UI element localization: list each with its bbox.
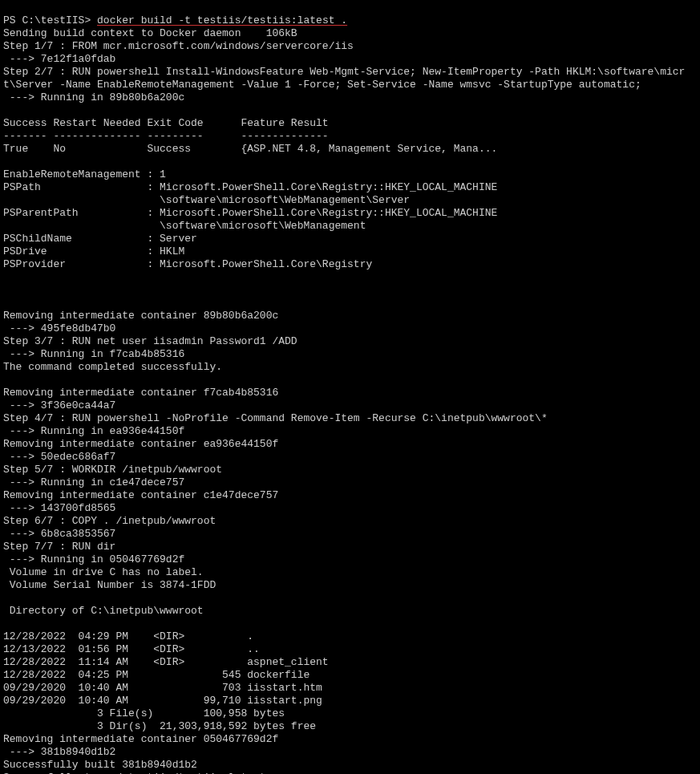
output-line: 09/29/2020 10:40 AM 703 iisstart.htm — [3, 682, 322, 694]
output-line: Step 7/7 : RUN dir — [3, 541, 115, 553]
output-line: Removing intermediate container 89b80b6a… — [3, 310, 278, 322]
output-line: Volume in drive C has no label. — [3, 566, 204, 578]
output-line: ---> 7e12f1a0fdab — [3, 53, 115, 65]
output-line: 12/28/2022 04:25 PM 545 dockerfile — [3, 669, 310, 681]
prompt: PS C:\testIIS> — [3, 14, 97, 26]
output-line: Removing intermediate container 05046776… — [3, 733, 278, 745]
output-line: Removing intermediate container f7cab4b8… — [3, 387, 278, 399]
output-line: ---> 50edec686af7 — [3, 451, 115, 463]
output-line: ---> Running in 89b80b6a200c — [3, 91, 184, 103]
output-line: Step 4/7 : RUN powershell -NoProfile -Co… — [3, 412, 548, 424]
output-line: Step 2/7 : RUN powershell Install-Window… — [3, 66, 685, 78]
output-line: The command completed successfully. — [3, 361, 222, 373]
output-line: PSDrive : HKLM — [3, 245, 184, 257]
terminal-output[interactable]: PS C:\testIIS> docker build -t testiis/t… — [3, 2, 697, 774]
output-line: ---> 143700fd8565 — [3, 502, 115, 514]
output-line: Sending build context to Docker daemon 1… — [3, 27, 297, 39]
output-line: PSChildName : Server — [3, 233, 197, 245]
output-line: Step 5/7 : WORKDIR /inetpub/wwwroot — [3, 464, 222, 476]
output-line: Step 6/7 : COPY . /inetpub/wwwroot — [3, 515, 216, 527]
output-line: 12/13/2022 01:56 PM <DIR> .. — [3, 643, 260, 655]
output-line: 12/28/2022 04:29 PM <DIR> . — [3, 630, 253, 642]
output-line: Successfully built 381b8940d1b2 — [3, 759, 197, 771]
output-line: Directory of C:\inetpub\wwwroot — [3, 605, 204, 617]
output-line: ---> 3f36e0ca44a7 — [3, 399, 115, 411]
output-line: ---> 381b8940d1b2 — [3, 746, 115, 758]
output-line: Step 1/7 : FROM mcr.microsoft.com/window… — [3, 40, 354, 52]
command: docker build -t testiis/testiis:latest . — [97, 14, 347, 26]
output-line: ---> Running in c1e47dece757 — [3, 476, 184, 488]
prompt-line: PS C:\testIIS> docker build -t testiis/t… — [3, 14, 347, 26]
output-line: Success Restart Needed Exit Code Feature… — [3, 117, 329, 129]
output-line: Removing intermediate container ea936e44… — [3, 438, 278, 450]
output-line: ---> 495fe8db47b0 — [3, 322, 115, 334]
output-line: 3 File(s) 100,958 bytes — [3, 707, 285, 719]
output-line: EnableRemoteManagement : 1 — [3, 168, 166, 180]
output-line: ---> Running in 050467769d2f — [3, 553, 184, 565]
output-line: ---> Running in ea936e44150f — [3, 425, 184, 437]
output-line: t\Server -Name EnableRemoteManagement -V… — [3, 79, 641, 91]
output-line: \software\microsoft\WebManagement — [3, 220, 366, 232]
output-line: PSPath : Microsoft.PowerShell.Core\Regis… — [3, 181, 497, 193]
output-line: 12/28/2022 11:14 AM <DIR> aspnet_client — [3, 656, 329, 668]
output-line: ---> Running in f7cab4b85316 — [3, 348, 184, 360]
output-line: PSParentPath : Microsoft.PowerShell.Core… — [3, 207, 497, 219]
output-line: ------- -------------- --------- -------… — [3, 130, 329, 142]
output-line: Volume Serial Number is 3874-1FDD — [3, 579, 216, 591]
output-line: 09/29/2020 10:40 AM 99,710 iisstart.png — [3, 695, 322, 707]
output-line: PSProvider : Microsoft.PowerShell.Core\R… — [3, 258, 372, 270]
output-line: True No Success {ASP.NET 4.8, Management… — [3, 143, 497, 155]
output-line: Step 3/7 : RUN net user iisadmin Passwor… — [3, 335, 297, 347]
output-line: \software\microsoft\WebManagement\Server — [3, 194, 410, 206]
output-line: 3 Dir(s) 21,303,918,592 bytes free — [3, 720, 316, 732]
output-line: Removing intermediate container c1e47dec… — [3, 489, 278, 501]
output-line: ---> 6b8ca3853567 — [3, 528, 115, 540]
